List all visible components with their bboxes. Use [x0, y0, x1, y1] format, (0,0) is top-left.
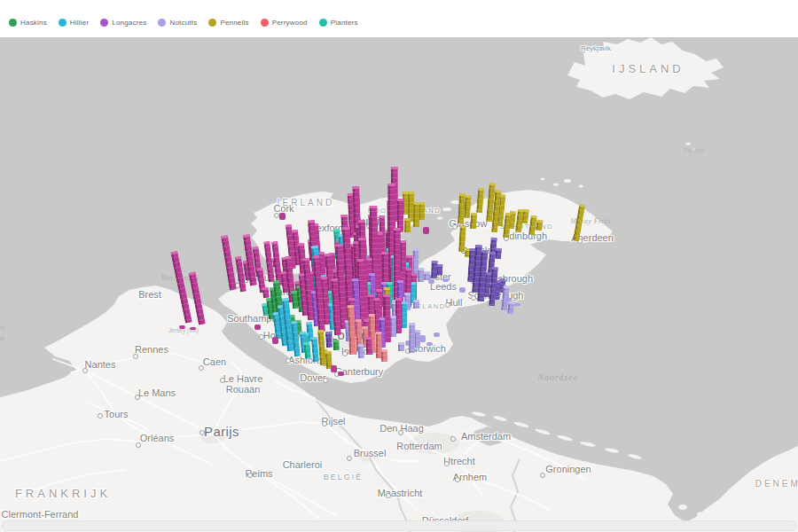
map-canvas[interactable]: IJSLANDReykjavikFaeröerIERLANDCorkWexfor…	[0, 37, 798, 532]
column-top	[332, 340, 339, 342]
column-top	[352, 186, 359, 189]
map-column-gold[interactable]	[404, 218, 411, 232]
legend-item-perrywood[interactable]: Perrywood	[261, 19, 308, 27]
column-top	[478, 188, 484, 191]
column-top	[505, 213, 511, 215]
legend-item-label: Pennells	[220, 19, 248, 27]
column-top	[391, 167, 398, 169]
column-top	[379, 215, 385, 218]
column-top	[357, 238, 365, 240]
legend-dot-icon	[9, 19, 17, 27]
column-top	[299, 332, 305, 334]
column-top	[395, 298, 401, 301]
column-top	[332, 229, 339, 231]
map-column-lavender[interactable]	[357, 344, 364, 358]
map-column-indigo[interactable]	[325, 332, 332, 348]
map-column-magenta[interactable]	[179, 325, 185, 329]
legend-item-pennells[interactable]: Pennells	[208, 19, 248, 27]
map-column-magenta[interactable]	[338, 372, 344, 376]
column-top	[362, 326, 368, 329]
column-top	[413, 300, 419, 302]
column-top	[475, 245, 482, 247]
column-top	[252, 246, 258, 249]
legend-item-hillier[interactable]: Hillier	[59, 19, 89, 27]
column-top	[383, 287, 389, 290]
map-column-magenta[interactable]	[331, 365, 337, 372]
column-top	[297, 243, 304, 246]
map-column-magenta[interactable]	[423, 227, 429, 234]
map-column-lavender[interactable]	[428, 279, 434, 284]
map-column-lavender[interactable]	[514, 303, 520, 306]
map-column-lavender[interactable]	[426, 342, 433, 346]
legend-item-planters[interactable]: Planters	[319, 19, 358, 27]
column-top	[404, 293, 411, 295]
column-top	[365, 337, 372, 340]
column-top	[303, 342, 309, 345]
column-top	[334, 244, 342, 246]
legend-item-label: Notcutts	[169, 19, 197, 27]
map-column-magenta[interactable]	[190, 327, 196, 330]
map-column-lavender[interactable]	[507, 301, 514, 315]
map-column-green[interactable]	[332, 340, 340, 350]
map-column-indigo[interactable]	[431, 261, 438, 278]
column-top	[340, 215, 348, 217]
column-top	[491, 267, 497, 270]
legend-item-label: Hillier	[70, 19, 89, 27]
map-column-gold[interactable]	[470, 213, 477, 229]
column-top	[263, 241, 270, 244]
horizontal-scrollbar[interactable]	[2, 520, 796, 531]
map-column-magenta[interactable]	[365, 337, 372, 355]
column-top	[397, 280, 403, 283]
column-top	[341, 227, 349, 230]
column-top	[376, 289, 382, 292]
column-top	[431, 261, 437, 263]
legend-item-label: Planters	[331, 19, 358, 27]
legend-dot-icon	[261, 19, 269, 27]
column-top	[317, 330, 324, 332]
column-top	[495, 248, 501, 251]
map-column-salmon[interactable]	[380, 349, 387, 362]
legend-item-haskins[interactable]: Haskins	[9, 19, 47, 27]
column-top	[273, 280, 280, 283]
column-top	[458, 193, 465, 196]
map-column-lavender[interactable]	[442, 278, 449, 282]
column-top	[290, 291, 296, 293]
map-column-gold[interactable]	[458, 193, 466, 223]
map-column-magenta[interactable]	[272, 337, 278, 344]
map-column-lavender[interactable]	[418, 268, 424, 282]
column-top	[424, 271, 430, 274]
map-column-gold[interactable]	[413, 202, 419, 227]
map-column-lavender[interactable]	[434, 332, 440, 337]
column-top	[331, 278, 338, 281]
map-column-magenta[interactable]	[254, 325, 261, 330]
map-column-lavender[interactable]	[459, 287, 466, 293]
column-top	[170, 251, 177, 254]
column-top	[285, 256, 292, 259]
legend-item-label: Haskins	[20, 19, 47, 27]
map-column-magenta[interactable]	[279, 213, 286, 220]
column-top	[517, 209, 523, 212]
map-column-lavender[interactable]	[413, 300, 419, 309]
legend-dot-icon	[319, 19, 327, 27]
column-top	[413, 202, 419, 205]
column-top	[311, 246, 318, 248]
legend-item-notcutts[interactable]: Notcutts	[158, 19, 197, 27]
legend-dot-icon	[158, 19, 166, 27]
column-top	[348, 298, 355, 301]
legend-item-longacres[interactable]: Longacres	[100, 19, 146, 27]
map-column-lavender[interactable]	[409, 323, 415, 353]
legend: HaskinsHillierLongacresNotcuttsPennellsP…	[9, 19, 358, 27]
column-top	[325, 351, 331, 354]
column-top	[325, 254, 332, 256]
map-column-lavender[interactable]	[398, 342, 404, 351]
column-top	[481, 250, 488, 253]
map-column-magenta[interactable]	[262, 287, 270, 299]
column-top	[256, 268, 262, 270]
column-top	[302, 258, 309, 261]
map-column-gold[interactable]	[476, 188, 484, 213]
column-top	[356, 259, 364, 262]
column-top	[282, 298, 289, 301]
column-top	[408, 192, 414, 194]
map-column-teal[interactable]	[303, 342, 311, 359]
legend-dot-icon	[208, 19, 216, 27]
